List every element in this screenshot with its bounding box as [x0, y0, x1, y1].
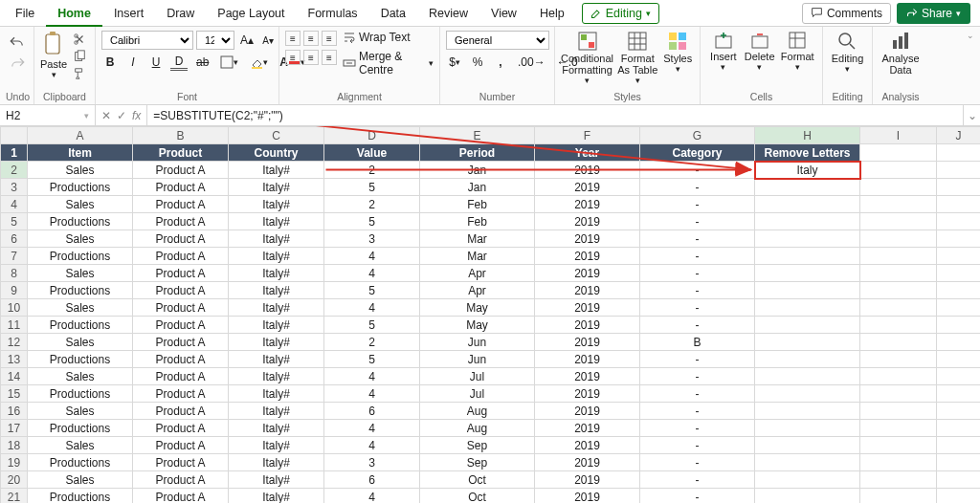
- align-left-icon[interactable]: ≡: [285, 50, 301, 65]
- cell[interactable]: -: [640, 282, 755, 299]
- percent-icon[interactable]: %: [469, 54, 486, 71]
- cell[interactable]: Product A: [133, 299, 229, 317]
- cell[interactable]: Feb: [420, 213, 535, 230]
- tab-insert[interactable]: Insert: [102, 0, 155, 27]
- header-cell[interactable]: Period: [420, 144, 535, 162]
- cell[interactable]: -: [640, 317, 755, 334]
- cell[interactable]: Oct: [420, 489, 535, 504]
- cell[interactable]: 2019: [535, 230, 640, 248]
- cell[interactable]: [860, 420, 937, 437]
- cell[interactable]: [937, 403, 981, 420]
- cell[interactable]: Product A: [133, 420, 229, 437]
- copy-icon[interactable]: [73, 50, 86, 63]
- cell[interactable]: [937, 385, 981, 403]
- header-cell[interactable]: Item: [28, 144, 133, 162]
- header-cell[interactable]: [937, 144, 981, 162]
- cell[interactable]: Italy#: [229, 368, 324, 385]
- cell[interactable]: [755, 299, 860, 317]
- cell[interactable]: -: [640, 162, 755, 179]
- font-name-select[interactable]: Calibri: [101, 31, 193, 50]
- cell[interactable]: Productions: [28, 385, 133, 403]
- cell[interactable]: Italy#: [229, 489, 324, 504]
- cell[interactable]: Italy#: [229, 248, 324, 265]
- cell[interactable]: Jul: [420, 368, 535, 385]
- cell[interactable]: [937, 179, 981, 196]
- expand-formula-bar-icon[interactable]: ⌄: [963, 105, 980, 126]
- tab-formulas[interactable]: Formulas: [297, 0, 369, 27]
- cell[interactable]: Product A: [133, 213, 229, 230]
- cell[interactable]: Sales: [28, 334, 133, 351]
- cut-icon[interactable]: [73, 33, 86, 46]
- cell[interactable]: Product A: [133, 282, 229, 299]
- comma-icon[interactable]: ,: [492, 54, 509, 71]
- cell[interactable]: [860, 282, 937, 299]
- cell[interactable]: [860, 385, 937, 403]
- tab-file[interactable]: File: [4, 0, 46, 27]
- cell[interactable]: [755, 385, 860, 403]
- column-header-E[interactable]: E: [420, 127, 535, 144]
- row-header[interactable]: 19: [1, 454, 28, 471]
- cell[interactable]: -: [640, 213, 755, 230]
- cell[interactable]: Sales: [28, 437, 133, 454]
- cell[interactable]: [860, 437, 937, 454]
- underline-button[interactable]: U: [147, 54, 165, 71]
- cell[interactable]: 5: [324, 282, 420, 299]
- name-box[interactable]: H2 ▾: [0, 105, 96, 126]
- cell[interactable]: -: [640, 403, 755, 420]
- cell[interactable]: [755, 179, 860, 196]
- cell[interactable]: 2019: [535, 385, 640, 403]
- cell[interactable]: [860, 213, 937, 230]
- tab-page-layout[interactable]: Page Layout: [206, 0, 296, 27]
- cell[interactable]: [860, 179, 937, 196]
- row-header[interactable]: 7: [1, 248, 28, 265]
- header-cell[interactable]: [860, 144, 937, 162]
- cell[interactable]: Sales: [28, 403, 133, 420]
- cell[interactable]: -: [640, 489, 755, 504]
- row-header[interactable]: 6: [1, 230, 28, 248]
- row-header[interactable]: 8: [1, 265, 28, 282]
- cell[interactable]: 2019: [535, 282, 640, 299]
- select-all-corner[interactable]: [1, 127, 28, 144]
- paste-button[interactable]: Paste ▾: [40, 31, 67, 80]
- cell[interactable]: Sales: [28, 196, 133, 213]
- fx-icon[interactable]: fx: [132, 109, 141, 122]
- cell[interactable]: [755, 437, 860, 454]
- column-header-A[interactable]: A: [28, 127, 133, 144]
- cell[interactable]: [860, 454, 937, 471]
- cell[interactable]: Product A: [133, 230, 229, 248]
- cell[interactable]: Italy#: [229, 265, 324, 282]
- cell[interactable]: Productions: [28, 489, 133, 504]
- cell[interactable]: Italy#: [229, 351, 324, 368]
- cell[interactable]: Italy#: [229, 334, 324, 351]
- cell[interactable]: May: [420, 299, 535, 317]
- column-header-D[interactable]: D: [324, 127, 420, 144]
- row-header[interactable]: 14: [1, 368, 28, 385]
- cell[interactable]: 2019: [535, 213, 640, 230]
- bold-button[interactable]: B: [101, 54, 119, 71]
- cell[interactable]: [937, 317, 981, 334]
- cell[interactable]: [860, 403, 937, 420]
- row-header[interactable]: 2: [1, 162, 28, 179]
- cell[interactable]: Mar: [420, 248, 535, 265]
- column-header-J[interactable]: J: [937, 127, 981, 144]
- cell[interactable]: Aug: [420, 420, 535, 437]
- row-header[interactable]: 17: [1, 420, 28, 437]
- header-cell[interactable]: Remove Letters: [755, 144, 860, 162]
- cell[interactable]: 2019: [535, 403, 640, 420]
- analyse-data-button[interactable]: Analyse Data: [879, 31, 923, 76]
- cell[interactable]: 5: [324, 317, 420, 334]
- tab-help[interactable]: Help: [528, 0, 576, 27]
- cancel-formula-icon[interactable]: ✕: [101, 109, 111, 122]
- cell[interactable]: -: [640, 471, 755, 489]
- column-header-F[interactable]: F: [535, 127, 640, 144]
- cell[interactable]: Jun: [420, 351, 535, 368]
- cell[interactable]: 5: [324, 351, 420, 368]
- cell[interactable]: Italy#: [229, 403, 324, 420]
- cell[interactable]: [860, 299, 937, 317]
- cell[interactable]: Productions: [28, 282, 133, 299]
- increase-font-icon[interactable]: A▴: [237, 32, 256, 49]
- format-painter-icon[interactable]: [73, 67, 86, 80]
- borders-button[interactable]: ▾: [217, 54, 241, 71]
- cell[interactable]: May: [420, 317, 535, 334]
- enter-formula-icon[interactable]: ✓: [117, 109, 126, 122]
